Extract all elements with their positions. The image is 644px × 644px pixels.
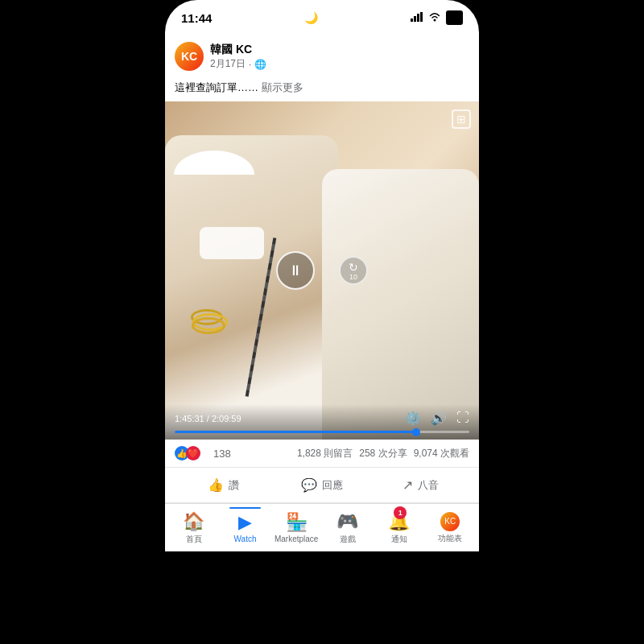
share-action-button[interactable]: ↗ 八音 [372, 471, 469, 499]
reaction-details: 1,828 則留言 258 次分享 9,074 次觀看 [297, 447, 469, 460]
share-label: 八音 [418, 478, 439, 493]
marketplace-icon: 🏪 [286, 512, 308, 533]
svg-rect-2 [417, 14, 419, 22]
forward-seconds: 10 [349, 274, 357, 281]
video-top-right [452, 109, 471, 129]
fullscreen-icon[interactable]: ⛶ [456, 411, 469, 426]
svg-point-4 [433, 19, 436, 21]
notification-badge: 1 [394, 506, 407, 519]
like-label: 讚 [229, 478, 239, 493]
view-count[interactable]: 9,074 次觀看 [414, 447, 469, 460]
like-action-icon: 👍 [208, 477, 224, 493]
progress-fill [175, 431, 416, 433]
expand-icon[interactable] [452, 109, 471, 129]
svg-rect-1 [414, 16, 416, 22]
share-count[interactable]: 258 次分享 [359, 447, 407, 460]
show-more-link[interactable]: 顯示更多 [262, 81, 303, 93]
post-caption: 這裡查詢訂單…… 顯示更多 [165, 77, 479, 101]
svg-rect-3 [420, 12, 423, 22]
bottom-navigation: 🏠 首頁 ▶ Watch 🏪 Marketplace 🎮 遊戲 🔔 1 通知 K… [165, 503, 479, 551]
post-username[interactable]: 韓國 KC [210, 42, 469, 56]
nav-menu[interactable]: KC 功能表 [424, 507, 476, 549]
nav-watch[interactable]: ▶ Watch [220, 507, 271, 548]
comment-label: 回應 [322, 478, 343, 493]
nav-marketplace-label: Marketplace [275, 535, 318, 543]
settings-icon[interactable]: ⚙️ [405, 411, 421, 426]
forward-icon: ↻ [349, 261, 358, 274]
video-overlay: ⏸ ↻ 10 1:45:31 / 2:09:59 ⚙️ [165, 101, 479, 440]
comment-count[interactable]: 1,828 則留言 [297, 447, 353, 460]
nav-marketplace[interactable]: 🏪 Marketplace [270, 507, 322, 548]
love-emoji: ❤️ [186, 446, 200, 460]
pause-button[interactable]: ⏸ [276, 251, 315, 290]
post-header: KC 韓國 KC 2月17日 · 🌐 [165, 35, 479, 77]
comment-action-button[interactable]: 💬 回應 [274, 471, 371, 499]
user-avatar[interactable]: KC [175, 42, 204, 71]
comment-action-icon: 💬 [301, 477, 317, 493]
reaction-count[interactable]: 138 [213, 448, 231, 460]
reactions-bar: 👍 ❤️ 138 1,828 則留言 258 次分享 9,074 次觀看 [165, 440, 479, 468]
post-meta: 韓國 KC 2月17日 · 🌐 [210, 42, 469, 71]
nav-notification-label: 通知 [391, 534, 407, 545]
battery-indicator: 66 [446, 10, 463, 25]
gaming-icon: 🎮 [336, 511, 358, 532]
post-date-row: 2月17日 · 🌐 [210, 57, 469, 71]
moon-icon: 🌙 [304, 11, 318, 24]
nav-watch-label: Watch [234, 535, 257, 543]
share-action-icon: ↗ [402, 477, 413, 493]
video-player[interactable]: ⏸ ↻ 10 1:45:31 / 2:09:59 ⚙️ [165, 101, 479, 440]
volume-icon[interactable]: 🔊 [431, 411, 447, 426]
wifi-icon [428, 12, 441, 24]
nav-gaming-label: 遊戲 [340, 534, 356, 545]
progress-dot [412, 428, 420, 436]
status-icons: 66 [411, 10, 463, 25]
status-time: 11:44 [181, 11, 212, 25]
home-icon: 🏠 [183, 511, 204, 532]
nav-notification[interactable]: 🔔 1 通知 [374, 506, 425, 550]
privacy-icon: 🌐 [254, 59, 266, 70]
status-bar: 11:44 🌙 66 [165, 0, 479, 35]
video-progress-bar[interactable] [175, 431, 469, 433]
nav-active-indicator [229, 507, 260, 509]
reaction-icons: 👍 ❤️ [175, 446, 200, 460]
pause-icon: ⏸ [288, 262, 303, 279]
nav-menu-label: 功能表 [438, 533, 462, 544]
nav-avatar: KC [440, 512, 460, 531]
signal-icon [411, 12, 423, 24]
svg-rect-0 [411, 19, 413, 22]
nav-home[interactable]: 🏠 首頁 [168, 506, 220, 550]
action-buttons-row: 👍 讚 💬 回應 ↗ 八音 [165, 468, 479, 503]
privacy-dot: · [249, 59, 251, 70]
nav-gaming[interactable]: 🎮 遊戲 [322, 506, 374, 550]
video-center-controls: ⏸ ↻ 10 [276, 251, 368, 290]
post-date: 2月17日 [210, 57, 246, 71]
nav-home-label: 首頁 [186, 534, 202, 545]
watch-icon: ▶ [238, 512, 252, 533]
forward-button[interactable]: ↻ 10 [339, 256, 368, 285]
like-action-button[interactable]: 👍 讚 [175, 471, 272, 499]
phone-frame: 11:44 🌙 66 KC [165, 0, 479, 644]
time-row: 1:45:31 / 2:09:59 ⚙️ 🔊 ⛶ [175, 411, 469, 426]
video-bottom-icons: ⚙️ 🔊 ⛶ [405, 411, 469, 426]
video-time-display: 1:45:31 / 2:09:59 [175, 414, 242, 423]
video-bottom-controls: 1:45:31 / 2:09:59 ⚙️ 🔊 ⛶ [165, 404, 479, 440]
